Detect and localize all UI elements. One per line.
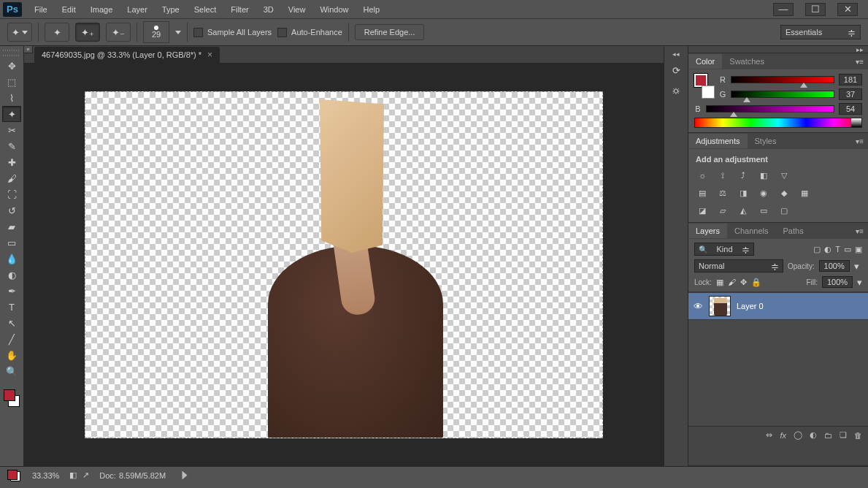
layer-style-icon[interactable]: fx xyxy=(780,431,786,440)
close-button[interactable]: ✕ xyxy=(837,3,858,16)
dodge-tool[interactable]: ◐ xyxy=(2,267,21,283)
add-to-selection-button[interactable]: ✦₊ xyxy=(75,23,100,42)
blur-tool[interactable]: 💧 xyxy=(2,251,21,267)
subtract-from-selection-button[interactable]: ✦₋ xyxy=(106,23,131,42)
new-fill-adjust-icon[interactable]: ◐ xyxy=(810,430,817,440)
delete-layer-icon[interactable]: 🗑 xyxy=(854,431,862,440)
clone-stamp-tool[interactable]: ⛶ xyxy=(2,186,21,202)
lock-paint-icon[interactable]: 🖌 xyxy=(728,278,736,286)
healing-brush-tool[interactable]: ✚ xyxy=(2,154,21,170)
invert-icon[interactable]: ◪ xyxy=(696,205,709,216)
workspace-switcher[interactable]: Essentials ≑ xyxy=(780,25,861,39)
b-slider[interactable] xyxy=(706,105,834,113)
bw-icon[interactable]: ◨ xyxy=(737,187,750,199)
zoom-level[interactable]: 33.33% xyxy=(32,471,59,480)
hue-sat-icon[interactable]: ▤ xyxy=(696,187,709,199)
link-layers-icon[interactable]: ⇔ xyxy=(766,430,772,440)
filter-pixel-icon[interactable]: ▢ xyxy=(813,245,821,254)
menu-layer[interactable]: Layer xyxy=(120,2,154,17)
r-slider[interactable] xyxy=(731,76,834,83)
menu-3d[interactable]: 3D xyxy=(257,2,280,17)
fill-input[interactable]: 100% xyxy=(822,276,853,288)
collapse-icon[interactable]: ▸▸ xyxy=(688,46,868,53)
eraser-tool[interactable]: ▰ xyxy=(2,218,21,235)
menu-filter[interactable]: Filter xyxy=(224,2,255,17)
menu-edit[interactable]: Edit xyxy=(55,2,82,17)
lock-position-icon[interactable]: ✥ xyxy=(740,278,747,287)
status-menu-icon[interactable] xyxy=(183,471,188,480)
tab-channels[interactable]: Channels xyxy=(727,224,775,238)
tab-adjustments[interactable]: Adjustments xyxy=(688,134,748,148)
visibility-toggle[interactable]: 👁 xyxy=(693,301,703,311)
preview-icon[interactable]: ◧ xyxy=(69,470,77,480)
menu-view[interactable]: View xyxy=(282,2,312,17)
color-spectrum[interactable] xyxy=(694,118,862,128)
marquee-tool[interactable]: ⬚ xyxy=(2,74,21,90)
layer-filter-kind[interactable]: 🔍 Kind ≑ xyxy=(694,243,754,256)
panel-menu-icon[interactable]: ▾≡ xyxy=(856,58,868,66)
filter-smart-icon[interactable]: ▣ xyxy=(855,245,862,254)
close-tab-icon[interactable]: × xyxy=(207,50,212,60)
gradient-tool[interactable]: ▭ xyxy=(2,235,21,251)
filter-shape-icon[interactable]: ▭ xyxy=(844,245,851,254)
menu-file[interactable]: File xyxy=(28,2,54,17)
properties-panel-icon[interactable]: ⛭ xyxy=(667,83,685,99)
levels-icon[interactable]: ⟟ xyxy=(716,169,729,181)
layer-name[interactable]: Layer 0 xyxy=(737,302,764,310)
canvas-viewport[interactable] xyxy=(24,64,664,466)
foreground-color-swatch[interactable] xyxy=(4,389,15,401)
quick-mask-swatch[interactable] xyxy=(6,468,22,483)
filter-type-icon[interactable]: T xyxy=(835,245,840,254)
maximize-button[interactable]: ☐ xyxy=(805,3,826,16)
chevron-down-icon[interactable] xyxy=(175,31,181,34)
quick-selection-tool[interactable]: ✦ xyxy=(2,106,21,122)
photo-filter-icon[interactable]: ◉ xyxy=(757,187,770,199)
foreground-color-swatch[interactable] xyxy=(7,470,18,480)
gradient-map-icon[interactable]: ▭ xyxy=(757,205,770,216)
brush-picker[interactable]: 29 xyxy=(143,21,169,43)
tool-preset-picker[interactable]: ✦ xyxy=(7,23,32,42)
exposure-icon[interactable]: ◧ xyxy=(757,169,770,181)
tab-layers[interactable]: Layers xyxy=(688,224,727,238)
color-balance-icon[interactable]: ⚖ xyxy=(716,187,729,199)
b-value-input[interactable]: 54 xyxy=(839,103,862,115)
layer-list[interactable]: 👁 Layer 0 xyxy=(688,292,868,426)
background-color-swatch[interactable] xyxy=(702,85,715,99)
canvas[interactable] xyxy=(85,91,603,438)
history-panel-icon[interactable]: ⟳ xyxy=(667,62,685,78)
pen-tool[interactable]: ✒ xyxy=(2,283,21,299)
curves-icon[interactable]: ⤴ xyxy=(737,169,750,181)
blend-mode-dropdown[interactable]: Normal ≑ xyxy=(694,259,783,272)
opacity-input[interactable]: 100% xyxy=(819,260,850,272)
auto-enhance-checkbox[interactable]: Auto-Enhance xyxy=(277,28,342,37)
shape-tool[interactable]: ╱ xyxy=(2,331,21,347)
r-value-input[interactable]: 181 xyxy=(839,74,862,85)
menu-select[interactable]: Select xyxy=(188,2,223,17)
slider-thumb[interactable] xyxy=(730,112,737,117)
menu-type[interactable]: Type xyxy=(155,2,186,17)
foreground-background-swatch[interactable] xyxy=(2,388,21,408)
channel-mixer-icon[interactable]: ◆ xyxy=(777,187,791,199)
new-selection-button[interactable]: ✦ xyxy=(45,23,69,42)
lock-all-icon[interactable]: 🔒 xyxy=(751,278,761,287)
color-fgbg-swatch[interactable] xyxy=(694,74,715,103)
move-tool[interactable]: ✥ xyxy=(2,58,21,74)
menu-help[interactable]: Help xyxy=(357,2,387,17)
layer-thumbnail[interactable] xyxy=(709,296,731,316)
chevron-down-icon[interactable]: ▾ xyxy=(854,262,859,271)
layer-mask-icon[interactable]: ◯ xyxy=(794,430,802,440)
threshold-icon[interactable]: ◭ xyxy=(737,205,750,216)
panel-menu-icon[interactable]: ▾≡ xyxy=(856,227,868,235)
g-value-input[interactable]: 37 xyxy=(839,88,862,100)
path-selection-tool[interactable]: ↖ xyxy=(2,315,21,331)
palette-grip[interactable] xyxy=(1,47,23,53)
tab-swatches[interactable]: Swatches xyxy=(722,54,772,69)
slider-thumb[interactable] xyxy=(800,83,807,88)
lock-transparency-icon[interactable]: ▦ xyxy=(716,278,723,287)
refine-edge-button[interactable]: Refine Edge... xyxy=(355,24,425,40)
slider-thumb[interactable] xyxy=(743,97,750,102)
type-tool[interactable]: T xyxy=(2,299,21,315)
filter-adjust-icon[interactable]: ◐ xyxy=(824,245,831,254)
tab-styles[interactable]: Styles xyxy=(748,134,784,148)
panel-menu-icon[interactable]: ▾≡ xyxy=(856,137,868,145)
